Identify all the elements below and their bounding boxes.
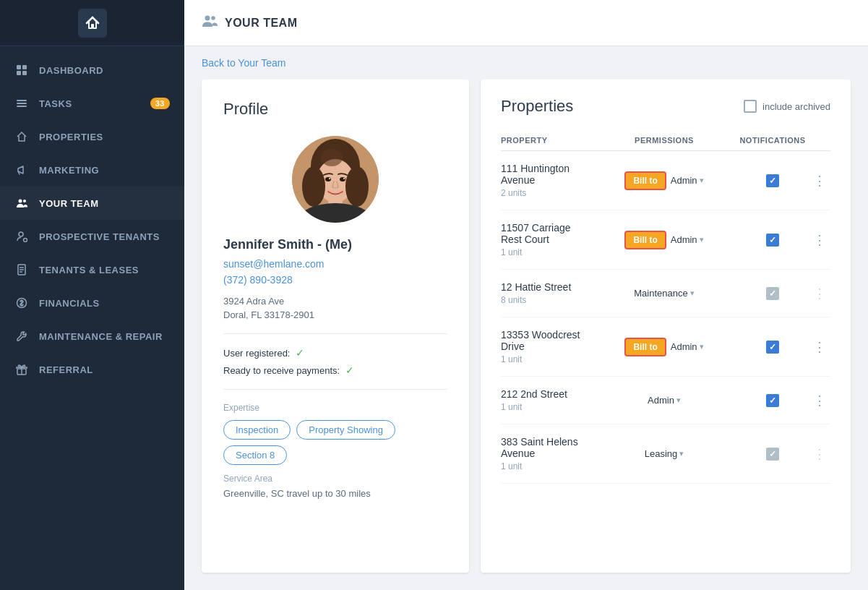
property-name: 111 Huntington Avenue: [501, 163, 592, 186]
ready-payments-check-icon: ✓: [345, 364, 354, 376]
property-actions: ⋮: [809, 232, 830, 248]
megaphone-icon: [14, 163, 29, 177]
page-title: YOUR TEAM: [225, 17, 298, 30]
document-icon: [14, 262, 29, 277]
sidebar-item-tenants-leases[interactable]: TENANTS & LEASES: [0, 253, 184, 286]
bill-to-button[interactable]: Bill to: [624, 231, 666, 249]
ready-payments-row: Ready to receive payments: ✓: [223, 364, 447, 376]
table-row: 212 2nd Street 1 unit Admin ▾ ⋮: [501, 377, 830, 424]
permission-select[interactable]: Leasing ▾: [645, 448, 684, 459]
sidebar-item-referral[interactable]: REFERRAL: [0, 353, 184, 386]
property-permissions: Admin ▾: [592, 395, 736, 406]
permission-select[interactable]: Admin ▾: [671, 175, 704, 186]
user-registered-check-icon: ✓: [296, 347, 304, 359]
sidebar-item-tasks[interactable]: TASKS 33: [0, 87, 184, 120]
more-actions-button[interactable]: ⋮: [812, 173, 828, 189]
column-actions-header: [809, 136, 830, 145]
list-icon: [14, 96, 29, 111]
back-to-team-link[interactable]: Back to Your Team: [202, 57, 285, 69]
property-name: 12 Hattie Street: [501, 281, 592, 293]
property-notification: [736, 394, 809, 407]
profile-phone[interactable]: (372) 890-3928: [223, 274, 447, 286]
property-units: 1 unit: [501, 354, 592, 364]
include-archived-label: include archived: [762, 101, 830, 112]
permission-value: Admin: [671, 234, 697, 245]
sidebar-item-maintenance-repair[interactable]: MAINTENANCE & REPAIR: [0, 320, 184, 353]
more-actions-button[interactable]: ⋮: [812, 232, 828, 248]
svg-rect-2: [22, 65, 27, 69]
sidebar-item-financials-label: FINANCIALS: [39, 298, 100, 309]
chevron-down-icon: ▾: [700, 176, 704, 185]
properties-table-header: PROPERTY PERMISSIONS NOTIFICATIONS: [501, 130, 830, 151]
bill-to-button[interactable]: Bill to: [624, 171, 666, 190]
gift-icon: [14, 362, 29, 377]
more-actions-button[interactable]: ⋮: [812, 339, 828, 355]
table-row: 111 Huntington Avenue 2 units Bill to Ad…: [501, 151, 830, 210]
svg-rect-6: [17, 103, 27, 104]
sidebar-item-prospective-tenants-label: PROSPECTIVE TENANTS: [39, 231, 160, 242]
svg-point-15: [205, 16, 210, 21]
svg-point-28: [343, 178, 345, 179]
avatar-image: [292, 136, 379, 223]
tag-section-8: Section 8: [223, 445, 287, 465]
property-permissions: Leasing ▾: [592, 448, 736, 459]
permission-select[interactable]: Admin ▾: [671, 234, 704, 245]
property-actions: ⋮: [809, 287, 830, 300]
permission-value: Admin: [671, 341, 697, 352]
notification-checkbox[interactable]: [766, 448, 779, 461]
notification-checkbox[interactable]: [766, 341, 779, 354]
properties-panel: Properties include archived PROPERTY PER…: [481, 80, 851, 573]
sidebar-logo: [0, 0, 184, 46]
sidebar-item-referral-label: REFERRAL: [39, 364, 93, 375]
include-archived-checkbox[interactable]: [744, 100, 757, 113]
notification-checkbox[interactable]: [766, 174, 779, 187]
top-header: YOUR TEAM: [184, 0, 868, 46]
svg-rect-7: [17, 106, 27, 107]
bill-to-button[interactable]: Bill to: [624, 338, 666, 356]
more-actions-button[interactable]: ⋮: [812, 393, 828, 409]
tasks-badge: 33: [150, 98, 170, 109]
sidebar-item-marketing[interactable]: MARKETING: [0, 153, 184, 187]
sidebar-item-properties[interactable]: PROPERTIES: [0, 120, 184, 153]
svg-point-10: [19, 232, 23, 236]
property-permissions: Bill to Admin ▾: [592, 171, 736, 190]
permission-value: Maintenance: [634, 288, 687, 299]
column-property-header: PROPERTY: [501, 136, 592, 145]
svg-point-27: [329, 178, 330, 179]
chevron-down-icon: ▾: [679, 449, 684, 458]
more-actions-button-disabled: ⋮: [813, 287, 826, 300]
permission-select[interactable]: Maintenance ▾: [634, 288, 694, 299]
ready-payments-label: Ready to receive payments:: [223, 365, 340, 376]
profile-email[interactable]: sunset@hemlane.com: [223, 258, 447, 270]
svg-rect-5: [17, 100, 27, 101]
service-area-text: Greenville, SC travel up to 30 miles: [223, 488, 447, 499]
home-icon: [14, 129, 29, 144]
sidebar-item-financials[interactable]: FINANCIALS: [0, 286, 184, 320]
properties-title: Properties: [501, 97, 573, 116]
notification-checkbox[interactable]: [766, 394, 779, 407]
property-actions: ⋮: [809, 173, 830, 189]
property-notification: [736, 234, 809, 247]
tag-property-showing: Property Showing: [296, 420, 395, 440]
property-actions: ⋮: [809, 393, 830, 409]
notification-checkbox[interactable]: [766, 287, 779, 300]
property-name: 383 Saint Helens Avenue: [501, 436, 592, 459]
sidebar-item-maintenance-repair-label: MAINTENANCE & REPAIR: [39, 331, 163, 342]
avatar: [292, 136, 379, 223]
user-registered-label: User registered:: [223, 348, 290, 359]
property-name: 11507 Carriage Rest Court: [501, 222, 592, 245]
profile-address-line2: Doral, FL 33178-2901: [223, 309, 447, 320]
permission-select[interactable]: Admin ▾: [648, 395, 681, 406]
profile-panel: Profile: [202, 80, 469, 573]
property-permissions: Maintenance ▾: [592, 288, 736, 299]
sidebar-item-your-team[interactable]: YOUR TEAM: [0, 187, 184, 220]
property-permissions: Bill to Admin ▾: [592, 338, 736, 356]
sidebar: DASHBOARD TASKS 33 PROPERTIES MARKETING: [0, 0, 184, 590]
notification-checkbox[interactable]: [766, 234, 779, 247]
sidebar-item-prospective-tenants[interactable]: PROSPECTIVE TENANTS: [0, 220, 184, 253]
sidebar-item-dashboard[interactable]: DASHBOARD: [0, 54, 184, 87]
sidebar-navigation: DASHBOARD TASKS 33 PROPERTIES MARKETING: [0, 46, 184, 590]
property-units: 1 unit: [501, 247, 592, 257]
permission-select[interactable]: Admin ▾: [671, 341, 704, 352]
properties-header: Properties include archived: [501, 97, 830, 116]
